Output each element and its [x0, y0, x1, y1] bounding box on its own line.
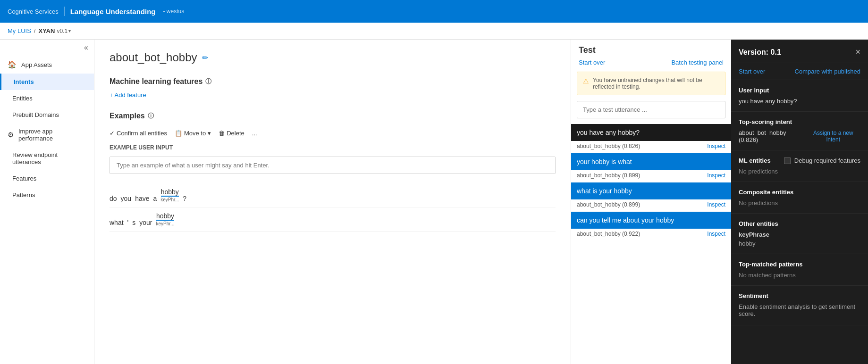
- sidebar-collapse-button[interactable]: «: [84, 43, 88, 52]
- move-to-button[interactable]: 📋 Move to ▾: [175, 130, 211, 137]
- sidebar-item-label: App Assets: [21, 61, 52, 68]
- examples-info-icon: ⓘ: [148, 112, 154, 120]
- table-row: what ' s your hobby keyPhr...: [110, 207, 556, 232]
- ml-entities-section: ML entities Debug required features No p…: [731, 150, 868, 182]
- assign-intent-button[interactable]: Assign to a new intent: [806, 130, 860, 143]
- examples-column-header: Example user input: [110, 144, 556, 151]
- test-start-over-button[interactable]: Start over: [579, 59, 605, 66]
- other-entities-title: Other entities: [739, 220, 860, 227]
- entity-value: hobby: [739, 240, 860, 247]
- top-patterns-value: No matched patterns: [739, 272, 860, 279]
- inspect-button[interactable]: Inspect: [707, 201, 725, 208]
- warning-icon: ⚠: [583, 77, 589, 90]
- inspect-button[interactable]: Inspect: [707, 172, 725, 179]
- test-utterance-input[interactable]: [577, 101, 725, 118]
- sidebar-item-label: Features: [12, 175, 36, 182]
- breadcrumb-app: XYAN: [38, 27, 55, 34]
- utterance-intent: about_bot_hobby (0.899): [577, 172, 640, 179]
- entity-name: keyPhrase: [739, 231, 860, 238]
- breadcrumb-version: v0.1: [57, 28, 67, 34]
- composite-no-predictions: No predictions: [739, 199, 860, 207]
- utterance-text: what is your hobby: [577, 187, 725, 195]
- version-title: Version: 0.1: [739, 48, 781, 57]
- version-start-over-button[interactable]: Start over: [739, 68, 765, 75]
- examples-input[interactable]: [110, 157, 555, 174]
- ml-entities-title: ML entities: [739, 157, 771, 164]
- test-panel: Test Start over Batch testing panel ⚠ Yo…: [571, 40, 731, 364]
- sidebar-item-features[interactable]: Features: [0, 170, 94, 187]
- sidebar-item-review-endpoint[interactable]: Review endpoint utterances: [0, 147, 94, 170]
- topbar-divider: [64, 7, 65, 16]
- table-row: do you have a hobby keyPhr... ?: [110, 183, 556, 207]
- entity-hobby-1: hobby keyPhr...: [160, 188, 179, 202]
- utterance-intent: about_bot_hobby (0.922): [577, 231, 640, 237]
- sidebar-item-label: Review endpoint utterances: [12, 151, 86, 165]
- sidebar-item-app-assets[interactable]: 🏠 App Assets: [0, 56, 94, 74]
- page-title: about_bot_hobby: [110, 51, 197, 64]
- user-input-section: User input you have any hobby?: [731, 80, 868, 112]
- top-patterns-section: Top-matched patterns No matched patterns: [731, 254, 868, 286]
- ml-no-predictions: No predictions: [739, 168, 860, 175]
- confirm-entities-button[interactable]: ✓ Confirm all entities: [110, 130, 167, 137]
- user-input-value: you have any hobby?: [739, 98, 860, 105]
- sidebar-item-improve-performance[interactable]: ⚙ Improve app performance: [0, 123, 94, 147]
- add-feature-button[interactable]: + Add feature: [110, 91, 146, 99]
- debug-features-label: Debug required features: [794, 157, 860, 164]
- improve-icon: ⚙: [8, 131, 14, 139]
- sidebar-item-prebuilt-domains[interactable]: Prebuilt Domains: [0, 107, 94, 123]
- move-chevron-icon: ▾: [208, 130, 211, 137]
- topbar: Cognitive Services Language Understandin…: [0, 0, 868, 23]
- test-warning-text: You have untrained changes that will not…: [593, 77, 719, 90]
- utterance-text: can you tell me about your hobby: [577, 216, 725, 224]
- utterance-item[interactable]: your hobby is what: [571, 153, 731, 170]
- topbar-brand: Cognitive Services: [8, 8, 59, 15]
- sidebar-item-label: Intents: [14, 78, 34, 85]
- breadcrumb-chevron-icon[interactable]: ▾: [68, 28, 71, 33]
- entity-hobby-2: hobby keyPhr...: [156, 212, 175, 226]
- content-area: about_bot_hobby ✏ Machine learning featu…: [94, 40, 571, 364]
- trash-icon: 🗑: [219, 130, 225, 137]
- ml-features-section-title: Machine learning features ⓘ: [110, 77, 556, 86]
- utterance-meta: about_bot_hobby (0.922) Inspect: [571, 229, 731, 241]
- breadcrumb-root[interactable]: My LUIS: [8, 27, 31, 34]
- top-scoring-section: Top-scoring intent about_bot_hobby (0.82…: [731, 112, 868, 150]
- edit-icon[interactable]: ✏: [202, 53, 208, 62]
- app-assets-icon: 🏠: [8, 60, 17, 69]
- more-options-button[interactable]: ...: [252, 130, 257, 137]
- utterance-meta: about_bot_hobby (0.899) Inspect: [571, 199, 731, 212]
- utterance-item[interactable]: can you tell me about your hobby: [571, 212, 731, 229]
- sidebar-item-entities[interactable]: Entities: [0, 90, 94, 107]
- sidebar-item-intents[interactable]: Intents: [0, 74, 94, 90]
- top-scoring-intent: about_bot_hobby (0.826): [739, 129, 806, 143]
- utterance-item[interactable]: you have any hobby?: [571, 124, 731, 141]
- delete-button[interactable]: 🗑 Delete: [219, 130, 244, 137]
- topbar-region: - westus: [163, 8, 185, 15]
- version-actions: Start over Compare with published: [731, 63, 868, 80]
- composite-entities-section: Composite entities No predictions: [731, 182, 868, 214]
- examples-input-container: [110, 157, 556, 174]
- utterance-text: your hobby is what: [577, 158, 725, 165]
- version-close-button[interactable]: ×: [855, 47, 860, 57]
- sidebar-item-label: Prebuilt Domains: [12, 111, 59, 118]
- batch-testing-button[interactable]: Batch testing panel: [671, 59, 724, 66]
- sidebar-item-patterns[interactable]: Patterns: [0, 187, 94, 203]
- utterance-text: you have any hobby?: [577, 129, 725, 136]
- sidebar-item-label: Entities: [12, 95, 33, 102]
- move-icon: 📋: [175, 130, 182, 137]
- examples-section-title: Examples ⓘ: [110, 112, 556, 120]
- test-input-wrapper: [577, 101, 725, 118]
- debug-features-checkbox[interactable]: [784, 157, 791, 164]
- ml-info-icon: ⓘ: [205, 77, 211, 86]
- utterance-item[interactable]: what is your hobby: [571, 182, 731, 199]
- version-compare-button[interactable]: Compare with published: [795, 68, 860, 75]
- topbar-service: Language Understanding: [70, 8, 156, 16]
- inspect-button[interactable]: Inspect: [707, 231, 725, 237]
- sidebar: « 🏠 App Assets Intents Entities Prebuilt…: [0, 40, 94, 364]
- utterance-intent: about_bot_hobby (0.899): [577, 201, 640, 208]
- test-panel-header: Test: [571, 40, 731, 55]
- version-panel-header: Version: 0.1 ×: [731, 40, 868, 63]
- utterance-meta: about_bot_hobby (0.899) Inspect: [571, 170, 731, 182]
- sidebar-item-label: Patterns: [12, 191, 35, 199]
- sentiment-title: Sentiment: [739, 292, 860, 299]
- inspect-button[interactable]: Inspect: [707, 143, 725, 149]
